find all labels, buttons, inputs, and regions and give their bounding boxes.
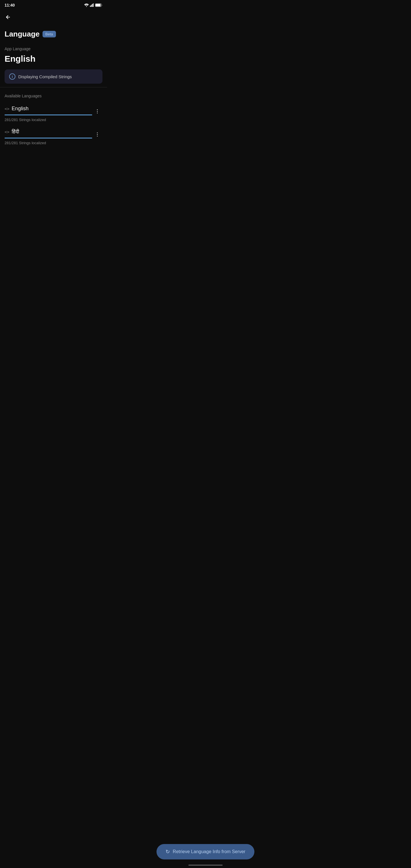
more-button-english[interactable] xyxy=(92,106,102,117)
svg-point-8 xyxy=(97,111,98,112)
svg-point-11 xyxy=(97,134,98,135)
strings-localized-english: 281/281 Strings localized xyxy=(5,118,92,122)
info-banner: i Displaying Compiled Strings xyxy=(5,69,102,84)
code-icon-hindi: <> xyxy=(5,130,9,134)
wifi-icon xyxy=(84,3,89,7)
language-item-english-content: <> English 281/281 Strings localized xyxy=(5,106,92,122)
available-languages-section: Available Languages <> English 281/281 S… xyxy=(0,91,107,149)
language-item-hindi-content: <> हिंदी 281/281 Strings localized xyxy=(5,129,92,145)
page-title: Language xyxy=(5,30,40,38)
svg-rect-4 xyxy=(93,3,94,7)
app-language-section: App Language English xyxy=(0,43,107,67)
language-name-row-hindi: <> हिंदी xyxy=(5,129,92,135)
language-name-row: <> English xyxy=(5,106,92,112)
code-icon-english: <> xyxy=(5,106,9,111)
page-header: Language Beta xyxy=(0,24,107,43)
svg-point-7 xyxy=(97,110,98,110)
language-item-hindi[interactable]: <> हिंदी 281/281 Strings localized xyxy=(0,125,107,149)
back-arrow-icon xyxy=(5,14,11,21)
more-icon-hindi xyxy=(94,132,100,137)
language-item-english[interactable]: <> English 281/281 Strings localized xyxy=(0,102,107,125)
divider xyxy=(0,87,107,87)
progress-bar-fill-hindi xyxy=(5,137,92,138)
progress-bar-fill-english xyxy=(5,115,92,115)
status-bar: 11:40 xyxy=(0,0,107,10)
status-icons xyxy=(84,3,102,7)
lang-name-hindi: हिंदी xyxy=(12,129,19,135)
status-time: 11:40 xyxy=(5,3,15,7)
app-language-label: App Language xyxy=(0,43,107,53)
info-icon: i xyxy=(9,73,15,80)
svg-point-0 xyxy=(86,6,87,7)
svg-rect-2 xyxy=(91,5,92,7)
back-button[interactable] xyxy=(0,10,107,24)
progress-bar-container-hindi xyxy=(5,137,92,138)
more-icon-english xyxy=(94,108,100,114)
svg-point-10 xyxy=(97,132,98,133)
current-language-value: English xyxy=(0,53,107,67)
progress-bar-container-english xyxy=(5,115,92,115)
signal-icon xyxy=(90,3,94,7)
svg-point-12 xyxy=(97,136,98,137)
svg-rect-3 xyxy=(92,4,93,7)
svg-point-9 xyxy=(97,113,98,114)
beta-badge: Beta xyxy=(42,31,56,37)
svg-rect-6 xyxy=(96,4,101,6)
svg-rect-1 xyxy=(90,6,91,7)
info-banner-text: Displaying Compiled Strings xyxy=(18,74,72,79)
battery-icon xyxy=(95,3,102,7)
more-button-hindi[interactable] xyxy=(92,129,102,140)
strings-localized-hindi: 281/281 Strings localized xyxy=(5,141,92,145)
available-languages-label: Available Languages xyxy=(0,91,107,102)
lang-name-english: English xyxy=(12,106,29,112)
